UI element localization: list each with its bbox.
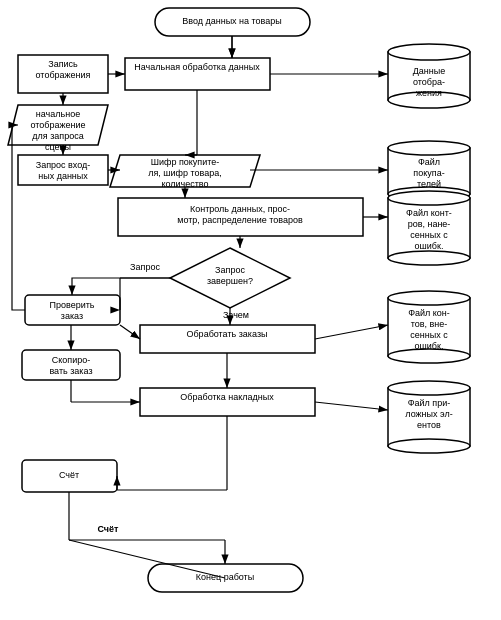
yes-label: Зачем [223,310,249,320]
svg-text:сцены: сцены [45,142,71,152]
svg-text:ошибк.: ошибк. [415,341,444,351]
svg-text:телей: телей [417,179,441,189]
svg-text:ентов: ентов [417,420,441,430]
diagram-canvas: Ввод данных на товары Запись отображения… [0,0,501,620]
cui-text: Счёт [97,524,119,534]
svg-text:сенных с: сенных с [410,330,448,340]
buyers-top-ellipse [388,141,470,155]
svg-text:ошибк.: ошибк. [415,241,444,251]
flowchart-svg: Ввод данных на товары Запись отображения… [0,0,501,620]
svg-text:Данные: Данные [413,66,446,76]
svg-text:Шифр покупите-: Шифр покупите- [151,157,220,167]
svg-text:тов, вне-: тов, вне- [411,319,448,329]
svg-text:ля, шифр товара,: ля, шифр товара, [148,168,222,178]
prilozhenie-top-ellipse [388,381,470,395]
init-processing-label: Начальная обработка данных [134,62,260,72]
start-label: Ввод данных на товары [182,16,282,26]
svg-text:отображение: отображение [30,120,85,130]
kontov-top-ellipse [388,291,470,305]
svg-text:Контроль данных, прос-: Контроль данных, прос- [190,204,290,214]
cylinder-top-ellipse [388,44,470,60]
no-label: Запрос [130,262,160,272]
svg-text:Файл конт-: Файл конт- [406,208,452,218]
line-20b [69,540,225,578]
arrow-diamond-left [72,278,170,295]
control-bottom-ellipse [388,251,470,265]
svg-text:покупа-: покупа- [413,168,444,178]
svg-text:Файл: Файл [418,157,440,167]
svg-text:ных данных: ных данных [38,171,88,181]
svg-text:ложных эл-: ложных эл- [405,409,452,419]
arrow-18 [315,402,388,410]
svg-text:Файл кон-: Файл кон- [408,308,450,318]
arrow-14 [315,325,388,339]
prilozhenie-bottom-ellipse [388,439,470,453]
arrow-back-loop [12,125,25,310]
svg-text:Файл при-: Файл при- [408,398,451,408]
svg-text:Обработка накладных: Обработка накладных [180,392,274,402]
svg-text:жения: жения [416,88,442,98]
svg-text:завершен?: завершен? [207,276,253,286]
svg-text:Счёт: Счёт [59,470,79,480]
svg-text:начальное: начальное [36,109,80,119]
svg-text:отображения: отображения [36,70,91,80]
svg-text:сенных с: сенных с [410,230,448,240]
control-top-ellipse [388,191,470,205]
svg-text:мотр, распределение товаров: мотр, распределение товаров [177,215,303,225]
svg-text:ров, нане-: ров, нане- [408,219,451,229]
svg-text:Скопиро-: Скопиро- [52,355,90,365]
record-display-label: Запись [48,59,78,69]
svg-text:Обработать заказы: Обработать заказы [186,329,267,339]
arrow-13 [120,325,140,339]
svg-text:отобра-: отобра- [413,77,445,87]
svg-text:Запрос: Запрос [215,265,245,275]
svg-text:заказ: заказ [61,311,83,321]
svg-text:вать заказ: вать заказ [49,366,92,376]
svg-text:Запрос вход-: Запрос вход- [36,160,91,170]
svg-text:Проверить: Проверить [49,300,94,310]
end-label: Конец работы [196,572,254,582]
svg-text:для запроса: для запроса [32,131,83,141]
